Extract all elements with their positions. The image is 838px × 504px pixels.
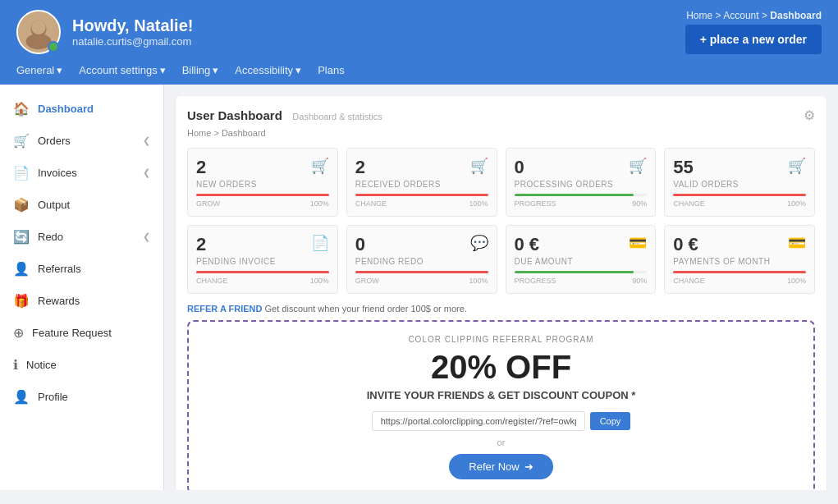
sidebar-item-output[interactable]: 📦 Output	[0, 189, 163, 221]
sidebar-orders-label: Orders	[38, 135, 71, 147]
header-right: Home > Account > Dashboard + place a new…	[685, 10, 822, 54]
sidebar-invoices-left: 📄 Invoices	[13, 165, 77, 181]
stat-new-orders-footer: GROW 100%	[196, 199, 329, 208]
sidebar-notice-left: ℹ Notice	[13, 357, 57, 373]
refer-now-label: Refer Now	[469, 460, 519, 473]
refer-label-strong: REFER A FRIEND	[187, 304, 262, 314]
svg-point-3	[31, 21, 45, 34]
user-email: natalie.curtis@gmail.com	[72, 35, 193, 48]
nav-accessibility-label: Accessibility	[235, 64, 293, 76]
stat-card-due-amount: 0 € 💳 DUE AMOUNT PROGRESS 90%	[506, 225, 657, 294]
stat-processing-bar-wrap	[515, 194, 648, 196]
sidebar-rewards-label: Rewards	[38, 295, 80, 307]
orders-chevron-icon: ❮	[143, 135, 150, 146]
rewards-icon: 🎁	[13, 293, 30, 309]
stat-new-orders-label: NEW ORDERS	[196, 180, 329, 189]
stat-payments-month-bar-wrap	[673, 271, 806, 273]
stat-processing-orders-number: 0	[515, 157, 524, 178]
dashboard-title-row: User Dashboard Dashboard & statistics ⚙	[187, 108, 815, 123]
user-info: Howdy, Natalie! natalie.curtis@gmail.com	[72, 16, 193, 48]
sidebar-item-notice[interactable]: ℹ Notice	[0, 349, 163, 381]
stat-pending-redo-label: PENDING REDO	[355, 257, 488, 266]
sidebar-item-dashboard[interactable]: 🏠 Dashboard	[0, 93, 163, 125]
sidebar-item-feature-request[interactable]: ⊕ Feature Request	[0, 317, 163, 349]
stat-card-received-orders: 2 🛒 RECEIVED ORDERS CHANGE 100%	[346, 148, 497, 217]
stat-pending-invoice-label: PENDING INVOICE	[196, 257, 329, 266]
settings-gear-icon[interactable]: ⚙	[804, 108, 815, 123]
stat-card-payments-month: 0 € 💳 PAYMENTS OF MONTH CHANGE 100%	[664, 225, 815, 294]
nav-account-settings[interactable]: Account settings ▾	[79, 64, 165, 76]
dashboard-title-text: User Dashboard	[187, 108, 282, 122]
dashboard-title-left: User Dashboard Dashboard & statistics	[187, 108, 382, 123]
stat-received-footer-left: CHANGE	[355, 199, 387, 208]
stat-pending-invoice-top: 2 📄	[196, 234, 329, 255]
refer-or-text: or	[202, 438, 800, 447]
nav-billing[interactable]: Billing ▾	[182, 64, 219, 76]
nav-general-chevron: ▾	[57, 64, 62, 76]
header: Howdy, Natalie! natalie.curtis@gmail.com…	[0, 0, 838, 64]
refer-now-button[interactable]: Refer Now ➜	[449, 454, 552, 479]
stat-processing-orders-top: 0 🛒	[515, 157, 648, 178]
copy-link-button[interactable]: Copy	[590, 412, 631, 430]
refer-box: COLOR CLIPPING REFERRAL PROGRAM 20% OFF …	[187, 320, 815, 490]
content-area: User Dashboard Dashboard & statistics ⚙ …	[164, 85, 838, 490]
sidebar-item-invoices[interactable]: 📄 Invoices ❮	[0, 157, 163, 189]
sidebar-item-orders[interactable]: 🛒 Orders ❮	[0, 125, 163, 157]
stat-new-orders-bar-wrap	[196, 194, 329, 196]
avatar	[16, 10, 61, 54]
stat-payments-month-bar	[673, 271, 806, 273]
sidebar-dashboard-left: 🏠 Dashboard	[13, 101, 94, 117]
refer-link-input[interactable]	[372, 411, 585, 431]
breadcrumb-account[interactable]: Account	[723, 10, 758, 21]
stat-received-orders-label: RECEIVED ORDERS	[355, 180, 488, 189]
stat-new-orders-bar	[196, 194, 329, 196]
refer-invite: INVITE YOUR FRIENDS & GET DISCOUNT COUPO…	[202, 389, 800, 401]
refer-section: REFER A FRIEND Get discount when your fr…	[187, 304, 815, 490]
sidebar-item-profile[interactable]: 👤 Profile	[0, 381, 163, 413]
stat-new-orders-number: 2	[196, 157, 206, 178]
stat-due-amount-top: 0 € 💳	[515, 234, 648, 255]
invoices-icon: 📄	[13, 165, 30, 181]
stat-due-amount-number: 0 €	[515, 234, 540, 255]
sidebar-feature-label: Feature Request	[32, 327, 112, 339]
sidebar-output-label: Output	[38, 199, 70, 211]
stat-received-orders-number: 2	[355, 157, 365, 178]
stat-pending-redo-bar	[355, 271, 488, 273]
stat-card-processing-orders: 0 🛒 PROCESSING ORDERS PROGRESS 90%	[506, 148, 657, 217]
sidebar-item-referrals[interactable]: 👤 Referrals	[0, 253, 163, 285]
stat-card-valid-orders: 55 🛒 VALID ORDERS CHANGE 100%	[664, 148, 815, 217]
stat-pending-redo-footer: GROW 100%	[355, 277, 488, 285]
dashboard-panel: User Dashboard Dashboard & statistics ⚙ …	[176, 96, 827, 490]
stat-payments-month-footer: CHANGE 100%	[673, 277, 806, 285]
profile-icon: 👤	[13, 389, 30, 405]
stat-due-amount-footer-left: PROGRESS	[515, 277, 556, 285]
stat-payments-month-number: 0 €	[673, 234, 698, 255]
sidebar-profile-left: 👤 Profile	[13, 389, 68, 405]
stat-pending-redo-number: 0	[355, 234, 365, 255]
sidebar-item-redo[interactable]: 🔄 Redo ❮	[0, 221, 163, 253]
stat-processing-footer-left: PROGRESS	[515, 199, 556, 208]
nav-plans-label: Plans	[318, 64, 345, 76]
nav-general[interactable]: General ▾	[16, 64, 62, 76]
nav-general-label: General	[16, 64, 54, 76]
stat-pending-invoice-bar	[196, 271, 329, 273]
refer-program-label: COLOR CLIPPING REFERRAL PROGRAM	[202, 335, 800, 344]
place-order-button[interactable]: + place a new order	[685, 25, 822, 54]
stat-new-orders-icon: 🛒	[311, 157, 329, 175]
stat-received-bar-wrap	[355, 194, 488, 196]
stat-received-bar	[355, 194, 488, 196]
stat-due-amount-footer: PROGRESS 90%	[515, 277, 648, 285]
breadcrumb-home[interactable]: Home	[686, 10, 712, 21]
nav-accessibility[interactable]: Accessibility ▾	[235, 64, 301, 76]
stat-valid-orders-top: 55 🛒	[673, 157, 806, 178]
nav-account-settings-chevron: ▾	[160, 64, 166, 76]
sidebar-item-rewards[interactable]: 🎁 Rewards	[0, 285, 163, 317]
invoices-chevron-icon: ❮	[143, 167, 150, 178]
output-icon: 📦	[13, 197, 30, 213]
stat-received-orders-icon: 🛒	[470, 157, 488, 175]
breadcrumb-sep2: >	[762, 10, 767, 21]
nav-plans[interactable]: Plans	[318, 64, 345, 76]
stat-received-footer: CHANGE 100%	[355, 199, 488, 208]
stat-pending-invoice-footer-right: 100%	[310, 277, 329, 285]
stat-valid-bar	[673, 194, 806, 196]
